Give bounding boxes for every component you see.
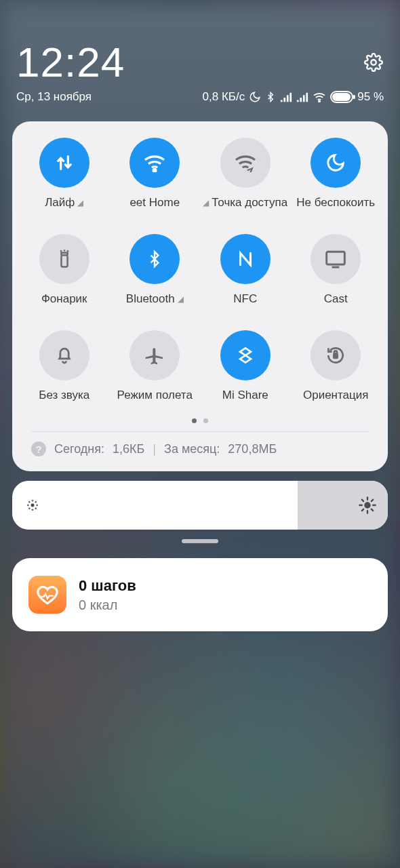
svg-point-8 xyxy=(32,509,33,511)
signal-sim1-icon xyxy=(280,92,292,102)
mobile-data-icon xyxy=(54,152,75,174)
qs-mishare[interactable]: Mi Share xyxy=(200,330,291,402)
bluetooth-icon xyxy=(265,91,276,103)
qs-airplane[interactable]: Режим полета xyxy=(110,330,201,402)
svg-rect-4 xyxy=(327,252,345,264)
svg-point-15 xyxy=(364,502,370,508)
settings-button[interactable] xyxy=(363,52,384,73)
qs-label: Bluetooth xyxy=(126,292,175,306)
moon-icon xyxy=(325,153,346,173)
qs-label: Не беспокоить xyxy=(296,196,375,210)
svg-point-6 xyxy=(31,504,35,507)
qs-hotspot[interactable]: ◢Точка доступа xyxy=(200,138,291,210)
qs-label: Лайф xyxy=(45,196,75,210)
separator: | xyxy=(153,442,156,456)
battery-percent: 95 % xyxy=(357,90,384,104)
cast-icon xyxy=(325,250,346,269)
dnd-icon xyxy=(249,91,261,103)
notification-subtitle: 0 ккал xyxy=(79,597,136,613)
clock: 12:24 xyxy=(16,38,125,86)
svg-point-9 xyxy=(28,505,29,506)
chevron-icon: ◢ xyxy=(203,198,209,208)
svg-point-13 xyxy=(28,508,30,509)
wifi-icon xyxy=(313,92,326,102)
svg-rect-3 xyxy=(61,255,67,267)
svg-line-20 xyxy=(362,500,363,501)
page-dot xyxy=(203,418,208,423)
usage-today-value: 1,6КБ xyxy=(113,442,144,456)
notification-title: 0 шагов xyxy=(79,577,136,595)
usage-month-label: За месяц: xyxy=(164,442,220,456)
orientation-lock-icon xyxy=(325,344,346,366)
shade-handle[interactable] xyxy=(182,539,218,543)
qs-label: Без звука xyxy=(39,389,89,402)
quick-settings-grid: Лайф◢ eet Home ◢Точка доступа Не беспоко… xyxy=(19,138,381,402)
qs-bluetooth[interactable]: Bluetooth◢ xyxy=(110,234,201,306)
qs-mute[interactable]: Без звука xyxy=(19,330,110,402)
chevron-icon: ◢ xyxy=(77,198,83,208)
svg-rect-5 xyxy=(334,353,338,358)
qs-orientation[interactable]: Ориентация xyxy=(291,330,382,402)
qs-cast[interactable]: Cast xyxy=(291,234,382,306)
brightness-high-icon xyxy=(347,496,388,515)
brightness-slider[interactable] xyxy=(12,481,388,530)
hotspot-icon xyxy=(234,153,257,172)
svg-line-21 xyxy=(372,500,373,501)
nfc-icon xyxy=(235,249,256,269)
svg-point-10 xyxy=(37,505,38,506)
gear-icon xyxy=(364,53,383,72)
svg-point-14 xyxy=(35,508,37,509)
mishare-icon xyxy=(235,344,256,366)
qs-label: Ориентация xyxy=(303,389,369,402)
svg-point-11 xyxy=(28,501,30,502)
usage-today-label: Сегодня: xyxy=(54,442,104,456)
qs-label: eet Home xyxy=(129,196,180,210)
qs-label: NFC xyxy=(233,292,257,306)
qs-label: Режим полета xyxy=(117,389,193,402)
bluetooth-icon xyxy=(146,248,163,271)
qs-label: Фонарик xyxy=(41,292,87,306)
bell-icon xyxy=(54,344,75,366)
svg-point-1 xyxy=(319,100,320,102)
status-icons: 0,8 КБ/с 95 % xyxy=(203,90,384,104)
svg-line-22 xyxy=(362,509,363,511)
signal-sim2-icon xyxy=(296,92,308,102)
qs-mobile-data[interactable]: Лайф◢ xyxy=(19,138,110,210)
heart-icon xyxy=(36,583,59,606)
svg-point-2 xyxy=(153,169,156,172)
brightness-low-icon xyxy=(12,498,53,512)
qs-label: Точка доступа xyxy=(212,196,287,210)
qs-label: Mi Share xyxy=(222,389,268,402)
qs-flashlight[interactable]: Фонарик xyxy=(19,234,110,306)
svg-point-12 xyxy=(35,501,37,502)
quick-settings-panel: Лайф◢ eet Home ◢Точка доступа Не беспоко… xyxy=(12,121,388,471)
qs-dnd[interactable]: Не беспокоить xyxy=(291,138,382,210)
chevron-icon: ◢ xyxy=(178,294,184,304)
svg-line-23 xyxy=(372,509,373,511)
wifi-icon xyxy=(143,153,166,172)
qs-wifi[interactable]: eet Home xyxy=(110,138,201,210)
qs-label: Cast xyxy=(324,292,348,306)
data-speed: 0,8 КБ/с xyxy=(203,90,245,104)
usage-month-value: 270,8МБ xyxy=(228,442,277,456)
svg-point-7 xyxy=(32,500,33,502)
page-indicator xyxy=(19,418,381,423)
airplane-icon xyxy=(144,344,165,366)
battery-icon xyxy=(330,91,353,103)
notification-card[interactable]: 0 шагов 0 ккал xyxy=(12,558,388,631)
svg-point-0 xyxy=(371,60,376,64)
page-dot xyxy=(192,418,197,423)
health-app-icon xyxy=(28,576,66,614)
data-usage-row[interactable]: ? Сегодня: 1,6КБ | За месяц: 270,8МБ xyxy=(19,432,381,459)
date: Ср, 13 ноября xyxy=(16,90,92,104)
help-icon: ? xyxy=(31,441,46,456)
qs-nfc[interactable]: NFC xyxy=(200,234,291,306)
flashlight-icon xyxy=(55,248,74,270)
status-area: 12:24 Ср, 13 ноября 0,8 КБ/с xyxy=(0,0,400,113)
